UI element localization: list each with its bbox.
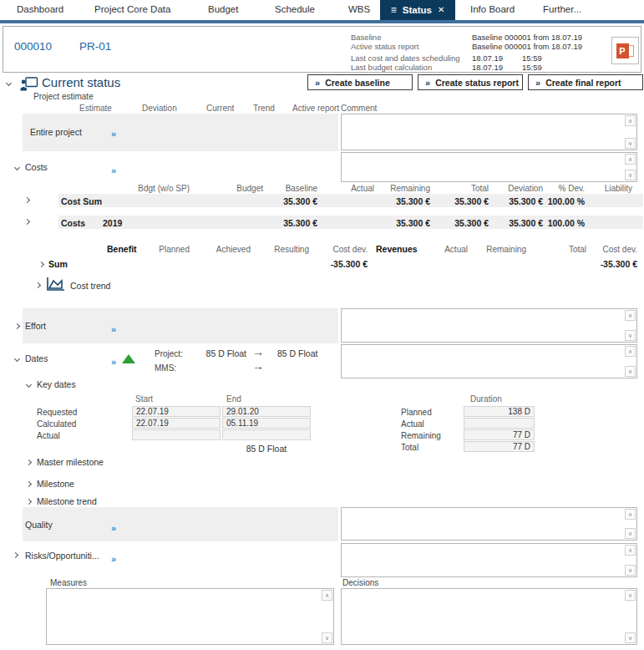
create-final-report-label: Create final report: [545, 78, 621, 88]
costs-collapse-chevron[interactable]: [14, 165, 20, 170]
key-dates-end-header: End: [226, 394, 241, 404]
dates-comment-box[interactable]: ∧ ∨: [341, 344, 637, 378]
column-header-comment: Comment: [341, 104, 377, 113]
quality-comment-box[interactable]: ∧ ∨: [341, 507, 637, 541]
risks-more-icon[interactable]: »: [111, 555, 116, 564]
create-final-report-button[interactable]: » Create final report: [528, 74, 643, 90]
double-chevron-icon: »: [315, 78, 320, 88]
quality-more-icon[interactable]: »: [111, 524, 116, 533]
measures-label: Measures: [50, 578, 87, 587]
quality-label: Quality: [25, 520, 53, 530]
benefit-col-cost-dev: Cost dev.: [292, 245, 368, 254]
requested-end-field[interactable]: 29.01.20: [222, 406, 311, 417]
risks-expand-chevron[interactable]: [13, 552, 18, 558]
entire-project-label: Entire project: [30, 127, 82, 137]
actual-end-field[interactable]: [222, 429, 311, 440]
scroll-up-icon[interactable]: ∧: [625, 310, 636, 321]
calculated-end-field[interactable]: 05.11.19: [222, 418, 311, 429]
actual-duration-field[interactable]: [464, 418, 535, 429]
project-float-after: 85 D Float: [277, 348, 317, 358]
project-float-before: 85 D Float: [171, 348, 246, 358]
scroll-down-icon[interactable]: ∨: [625, 330, 636, 341]
scroll-up-icon[interactable]: ∧: [322, 590, 332, 601]
planned-duration-field[interactable]: 138 D: [464, 406, 535, 417]
scroll-down-icon[interactable]: ∨: [625, 565, 636, 576]
scroll-down-icon[interactable]: ∨: [625, 138, 636, 149]
last-budget-calc-label: Last budget calculation: [351, 63, 432, 72]
scroll-up-icon[interactable]: ∧: [625, 509, 636, 520]
costs-2019-expand-chevron[interactable]: [24, 219, 30, 225]
costs-more-icon[interactable]: »: [111, 166, 116, 175]
scroll-up-icon[interactable]: ∧: [625, 115, 636, 126]
active-status-report-value: Baseline 000001 from 18.07.19: [472, 42, 582, 51]
trend-up-indicator: [122, 354, 135, 363]
calculated-start-field[interactable]: 22.07.19: [132, 418, 221, 429]
tab-budget[interactable]: Budget: [208, 4, 238, 14]
scroll-down-icon[interactable]: ∨: [322, 632, 332, 643]
effort-expand-chevron[interactable]: [14, 323, 20, 329]
tab-further[interactable]: Further...: [543, 4, 581, 14]
remaining-duration-field[interactable]: 77 D: [464, 429, 535, 440]
risks-comment-box[interactable]: ∧ ∨: [341, 543, 637, 577]
scroll-up-icon[interactable]: ∧: [625, 545, 636, 556]
milestone-label: Milestone: [37, 479, 74, 489]
cost-trend-expand-chevron[interactable]: [35, 282, 41, 288]
dates-mms-label: MMS:: [155, 363, 176, 373]
key-dates-collapse-chevron[interactable]: [26, 382, 32, 388]
dates-more-icon[interactable]: »: [111, 358, 116, 367]
scroll-down-icon[interactable]: ∨: [625, 528, 636, 539]
status-page: Dashboard Project Core Data Budget Sched…: [0, 0, 644, 650]
milestone-trend-expand-chevron[interactable]: [26, 499, 32, 505]
tab-strip: [0, 20, 644, 23]
master-milestone-label: Master milestone: [37, 457, 104, 467]
dates-collapse-chevron[interactable]: [14, 356, 20, 362]
tab-project-core-data[interactable]: Project Core Data: [94, 4, 170, 14]
tab-schedule[interactable]: Schedule: [275, 4, 315, 14]
costs-comment-box[interactable]: ∧ ∨: [341, 152, 637, 182]
total-duration-field[interactable]: 77 D: [464, 441, 535, 452]
master-milestone-expand-chevron[interactable]: [26, 460, 32, 465]
powerpoint-export-button[interactable]: P: [611, 37, 639, 64]
effort-comment-box[interactable]: ∧ ∨: [341, 308, 637, 343]
entire-project-comment-box[interactable]: ∧ ∨: [341, 114, 637, 150]
quality-row: [23, 507, 338, 541]
create-baseline-button[interactable]: » Create baseline: [307, 74, 413, 90]
arrow-right-icon: →: [252, 346, 264, 358]
tab-dashboard[interactable]: Dashboard: [17, 4, 63, 14]
hamburger-icon[interactable]: ≡: [391, 5, 397, 15]
entire-project-more-icon[interactable]: »: [111, 129, 116, 139]
actual-duration-label: Actual: [401, 419, 424, 429]
last-budget-calc-date: 18.07.19: [472, 63, 503, 72]
tab-wbs[interactable]: WBS: [348, 4, 370, 14]
close-tab-icon[interactable]: ✕: [438, 6, 444, 14]
requested-start-field[interactable]: 22.07.19: [132, 406, 221, 417]
tab-status-label: Status: [403, 5, 432, 15]
effort-more-icon[interactable]: »: [111, 325, 116, 334]
collapse-current-status-chevron[interactable]: [6, 80, 12, 86]
sum-expand-chevron[interactable]: [38, 262, 44, 267]
last-budget-calc-time: 15:59: [522, 63, 542, 72]
milestone-expand-chevron[interactable]: [26, 481, 32, 487]
key-dates-label: Key dates: [37, 379, 76, 389]
float-note: 85 D Float: [222, 444, 311, 454]
tab-info-board[interactable]: Info Board: [470, 4, 515, 14]
column-header-trend: Trend: [253, 104, 275, 113]
scroll-up-icon[interactable]: ∧: [625, 154, 636, 165]
project-number[interactable]: 000010: [14, 40, 52, 53]
last-scheduling-date: 18.07.19: [472, 53, 503, 63]
scroll-down-icon[interactable]: ∨: [625, 632, 636, 643]
scroll-down-icon[interactable]: ∨: [625, 170, 636, 180]
scroll-up-icon[interactable]: ∧: [625, 346, 636, 357]
scroll-up-icon[interactable]: ∧: [625, 590, 636, 601]
key-dates-start-header: Start: [135, 394, 153, 404]
create-status-report-button[interactable]: » Create status report: [418, 74, 523, 90]
project-name[interactable]: PR-01: [79, 40, 111, 53]
cost-sum-expand-chevron[interactable]: [24, 197, 30, 203]
decisions-text-box[interactable]: ∧ ∨: [341, 588, 637, 645]
tab-status[interactable]: ≡ Status ✕: [380, 0, 455, 20]
scroll-down-icon[interactable]: ∨: [625, 366, 636, 377]
cost-sum-baseline: 35.300 €: [242, 196, 317, 206]
measures-text-box[interactable]: ∧ ∨: [46, 588, 334, 645]
actual-start-field[interactable]: [132, 429, 221, 440]
double-chevron-icon: »: [425, 78, 430, 88]
